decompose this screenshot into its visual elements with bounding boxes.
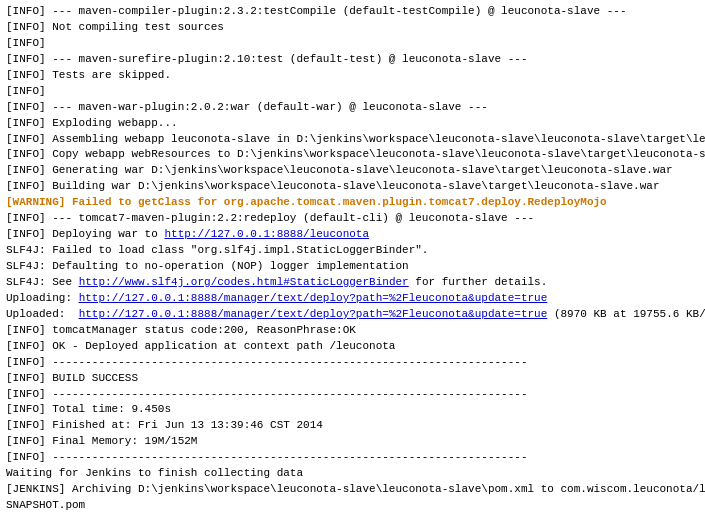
console-line: SLF4J: Defaulting to no-operation (NOP) …: [6, 259, 699, 275]
console-line: [INFO] Total time: 9.450s: [6, 402, 699, 418]
console-line: Uploaded: http://127.0.0.1:8888/manager/…: [6, 307, 699, 323]
console-line: [INFO] Deploying war to http://127.0.0.1…: [6, 227, 699, 243]
console-line: [INFO] ---------------------------------…: [6, 387, 699, 403]
console-line: Waiting for Jenkins to finish collecting…: [6, 466, 699, 482]
console-line: [WARNING] Failed to getClass for org.apa…: [6, 195, 699, 211]
console-line: [INFO] Tests are skipped.: [6, 68, 699, 84]
console-line: [INFO]: [6, 36, 699, 52]
console-link[interactable]: http://www.slf4j.org/codes.html#StaticLo…: [79, 276, 409, 288]
console-line: [INFO] Generating war D:\jenkins\workspa…: [6, 163, 699, 179]
console-line: [INFO] Finished at: Fri Jun 13 13:39:46 …: [6, 418, 699, 434]
console-line: [INFO] Assembling webapp leuconota-slave…: [6, 132, 699, 148]
console-line: [INFO] BUILD SUCCESS: [6, 371, 699, 387]
console-link[interactable]: http://127.0.0.1:8888/manager/text/deplo…: [79, 308, 548, 320]
console-line: [INFO] --- maven-surefire-plugin:2.10:te…: [6, 52, 699, 68]
console-line: [INFO] Exploding webapp...: [6, 116, 699, 132]
console-line: [INFO] Final Memory: 19M/152M: [6, 434, 699, 450]
console-line: [INFO] --- maven-war-plugin:2.0.2:war (d…: [6, 100, 699, 116]
console-line: [INFO] --- maven-compiler-plugin:2.3.2:t…: [6, 4, 699, 20]
console-line: [INFO] OK - Deployed application at cont…: [6, 339, 699, 355]
console-line: [INFO] Copy webapp webResources to D:\je…: [6, 147, 699, 163]
console-line: Uploading: http://127.0.0.1:8888/manager…: [6, 291, 699, 307]
console-line: [JENKINS] Archiving D:\jenkins\workspace…: [6, 482, 699, 498]
console-line: SLF4J: See http://www.slf4j.org/codes.ht…: [6, 275, 699, 291]
console-line: [INFO] ---------------------------------…: [6, 450, 699, 466]
console-output: [INFO] --- maven-compiler-plugin:2.3.2:t…: [0, 0, 705, 514]
console-line: SLF4J: Failed to load class "org.slf4j.i…: [6, 243, 699, 259]
console-link[interactable]: http://127.0.0.1:8888/leuconota: [164, 228, 369, 240]
console-line: [INFO] --- tomcat7-maven-plugin:2.2:rede…: [6, 211, 699, 227]
console-line: [INFO]: [6, 84, 699, 100]
console-link[interactable]: http://127.0.0.1:8888/manager/text/deplo…: [79, 292, 548, 304]
console-line: [INFO] Building war D:\jenkins\workspace…: [6, 179, 699, 195]
console-line: [INFO] ---------------------------------…: [6, 355, 699, 371]
console-line: [INFO] Not compiling test sources: [6, 20, 699, 36]
console-line: SNAPSHOT.pom: [6, 498, 699, 514]
console-line: [INFO] tomcatManager status code:200, Re…: [6, 323, 699, 339]
